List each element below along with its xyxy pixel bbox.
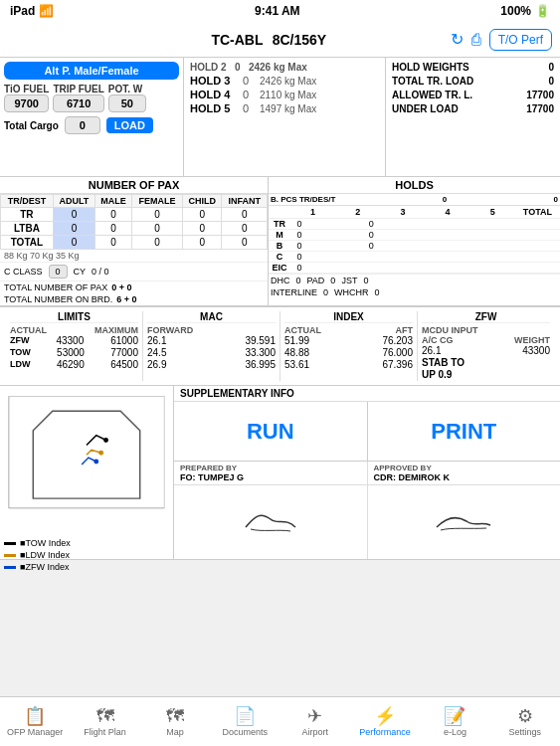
cy-label: CY <box>74 267 87 277</box>
limits-tow-label: TOW <box>10 347 31 358</box>
holds-eic-v0: 0 <box>290 263 308 273</box>
index-zfw-row: 51.99 76.203 <box>284 335 413 346</box>
top-bar-right: ↻ ⎙ T/O Perf <box>451 29 552 51</box>
tr-female: 0 <box>132 208 183 222</box>
index-ldw-row: 53.61 67.396 <box>284 359 413 370</box>
limits-title: LIMITS <box>10 311 138 323</box>
nav-airport[interactable]: ✈ Airport <box>280 697 350 746</box>
hold4-label: HOLD 4 <box>190 89 232 100</box>
toperf-label: T/O Perf <box>498 33 543 47</box>
col-3: 3 <box>380 207 425 217</box>
total-brd-val: 6 + 0 <box>116 294 136 304</box>
ltba-male: 0 <box>95 222 132 236</box>
stab-to-label: STAB TO <box>422 357 465 368</box>
holds-tr-row: TR 0 0 <box>269 219 560 230</box>
envelope-chart <box>4 390 169 534</box>
pax-weights: 88 Kg 70 Kg 35 Kg <box>0 250 268 262</box>
holds-b-label: B <box>269 241 290 251</box>
nav-ofp-manager[interactable]: 📋 OFP Manager <box>0 697 70 746</box>
zfw-mcdu-header: MCDU INPUT <box>422 325 550 335</box>
holds-m-v0: 0 <box>290 230 308 240</box>
zfw-vals-row: 26.1 43300 <box>422 345 550 356</box>
holds-b-v0: 0 <box>290 241 308 251</box>
mac-ldw-fwd: 36.995 <box>245 359 276 370</box>
mac-header: FORWARD <box>147 325 276 335</box>
ltba-child: 0 <box>183 222 222 236</box>
nav-elog[interactable]: 📝 e-Log <box>420 697 489 746</box>
pot-w-value[interactable]: 50 <box>108 94 146 112</box>
total-cargo-value[interactable]: 0 <box>65 116 100 134</box>
limits-actual-header: ACTUAL <box>10 325 47 335</box>
status-bar: iPad 📶 9:41 AM 100% 🔋 <box>0 0 560 22</box>
holds-tr-v5 <box>476 219 518 229</box>
weight-val: 43300 <box>522 345 550 356</box>
ltba-adult[interactable]: 0 <box>53 222 94 236</box>
pax-section-title: NUMBER OF PAX <box>0 177 268 194</box>
toperf-button[interactable]: T/O Perf <box>489 29 552 51</box>
limits-zfw-row: ZFW 43300 61000 <box>10 335 138 346</box>
allowed-tr-l-row: ALLOWED TR. L. 17700 <box>392 90 554 100</box>
aircraft-config: 8C/156Y <box>273 32 326 48</box>
nav-map[interactable]: 🗺 Map <box>140 697 210 746</box>
tio-fuel-label: TiO FUEL <box>4 84 49 94</box>
nav-airport-label: Airport <box>301 727 328 737</box>
refresh-icon[interactable]: ↻ <box>451 30 464 49</box>
ofp-manager-icon: 📋 <box>24 707 46 725</box>
b-pcs-col1: 0 <box>554 195 558 204</box>
nav-fp-label: Flight Plan <box>84 727 126 737</box>
zfw-legend-label: ■ZFW Index <box>20 562 69 572</box>
pad-label: PAD <box>307 276 325 285</box>
hold-weights-row: HOLD WEIGHTS 0 <box>392 62 554 73</box>
tr-adult[interactable]: 0 <box>53 208 94 222</box>
ac-cg-label: A/C CG <box>422 335 454 345</box>
battery-icon: 🔋 <box>535 4 550 18</box>
print-button[interactable]: PRINT <box>368 402 561 461</box>
col-male: MALE <box>95 195 132 208</box>
nav-settings[interactable]: ⚙ Settings <box>490 697 560 746</box>
approved-by-label: APPROVED BY <box>374 464 555 472</box>
col-empty <box>269 207 290 217</box>
holds-b-v2: 0 <box>350 241 392 251</box>
total-tr-load-label: TOTAL TR. LOAD <box>392 76 473 87</box>
limits-zfw-actual: 43300 <box>56 335 84 346</box>
approved-by-block: APPROVED BY CDR: DEMIROK K <box>368 462 561 484</box>
tio-fuel-value[interactable]: 9700 <box>4 94 49 112</box>
sig-cdr <box>368 485 561 559</box>
hold5-row: HOLD 5 0 1497 kg Max <box>190 102 379 114</box>
holds-tr-v0: 0 <box>290 219 308 229</box>
cclass-row: C CLASS 0 CY 0 / 0 <box>0 262 268 280</box>
map-icon: 🗺 <box>166 707 184 725</box>
mac-tow-row: 24.5 33.300 <box>147 347 276 358</box>
hold3-max: 2426 kg Max <box>260 76 379 87</box>
hold5-label: HOLD 5 <box>190 102 232 114</box>
zfw-sub-header: A/C CG WEIGHT <box>422 335 550 345</box>
fuel-holds-section: Alt P. Male/Female TiO FUEL 9700 TRIP FU… <box>0 58 560 177</box>
under-load-row: UNDER LOAD 17700 <box>392 103 554 114</box>
hold3-row: HOLD 3 0 2426 kg Max <box>190 75 379 87</box>
total-male: 0 <box>95 236 132 250</box>
holds-tr-label: TR <box>269 219 290 229</box>
holds-tr-v3 <box>392 219 434 229</box>
svg-point-5 <box>98 451 103 456</box>
nav-performance[interactable]: ⚡ Performance <box>350 697 420 746</box>
col-2: 2 <box>335 207 380 217</box>
nav-flight-plan[interactable]: 🗺 Flight Plan <box>70 697 139 746</box>
fo-signature <box>236 507 305 537</box>
index-tow-row: 48.88 76.000 <box>284 347 413 358</box>
weight-label: WEIGHT <box>514 335 550 345</box>
envelope-area: ■TOW Index ■LDW Index ■ZFW Index <box>0 386 174 559</box>
holds-m-row: M 0 0 <box>269 230 560 241</box>
load-button[interactable]: LOAD <box>106 117 153 133</box>
run-button[interactable]: RUN <box>174 402 368 461</box>
index-ldw-aft: 67.396 <box>382 359 413 370</box>
total-adult[interactable]: 0 <box>53 236 94 250</box>
allowed-tr-l-label: ALLOWED TR. L. <box>392 90 472 100</box>
limits-tow-max: 77000 <box>110 347 138 358</box>
nav-documents[interactable]: 📄 Documents <box>210 697 280 746</box>
share-icon[interactable]: ⎙ <box>471 31 481 49</box>
trip-fuel-value[interactable]: 6710 <box>53 94 103 112</box>
holds-eic-row: EIC 0 <box>269 263 560 274</box>
pax-mode-button[interactable]: Alt P. Male/Female <box>4 62 179 80</box>
svg-rect-0 <box>9 397 164 508</box>
b-pcs-col0: 0 <box>443 195 447 204</box>
